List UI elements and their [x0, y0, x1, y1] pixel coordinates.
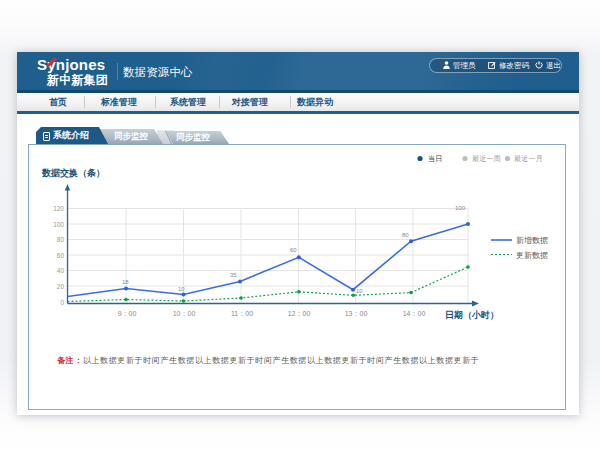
svg-text:40: 40 [57, 267, 65, 274]
svg-text:10：00: 10：00 [173, 310, 196, 317]
svg-text:13：00: 13：00 [345, 310, 368, 317]
svg-text:18: 18 [122, 279, 129, 285]
svg-text:12：00: 12：00 [288, 310, 311, 317]
svg-text:10: 10 [356, 288, 363, 294]
svg-text:新增数据: 新增数据 [516, 236, 548, 245]
svg-text:60: 60 [290, 247, 297, 253]
svg-text:10: 10 [178, 286, 185, 292]
svg-text:14：00: 14：00 [403, 310, 426, 317]
svg-text:最近一月: 最近一月 [514, 154, 543, 163]
svg-text:当日: 当日 [428, 154, 442, 163]
svg-text:0: 0 [60, 299, 64, 306]
svg-text:100: 100 [455, 205, 466, 211]
svg-text:100: 100 [53, 221, 64, 228]
svg-text:80: 80 [402, 232, 409, 238]
svg-text:更新数据: 更新数据 [516, 251, 548, 260]
svg-text:35: 35 [230, 272, 237, 278]
svg-text:日期（小时）: 日期（小时） [445, 310, 499, 320]
svg-text:20: 20 [57, 283, 65, 290]
svg-text:60: 60 [57, 252, 65, 259]
svg-text:最近一周: 最近一周 [472, 154, 501, 163]
svg-text:80: 80 [57, 236, 65, 243]
svg-text:数据交换（条）: 数据交换（条） [41, 168, 105, 178]
svg-text:11：00: 11：00 [231, 310, 253, 317]
svg-text:120: 120 [53, 205, 64, 212]
svg-text:9：00: 9：00 [118, 310, 137, 317]
